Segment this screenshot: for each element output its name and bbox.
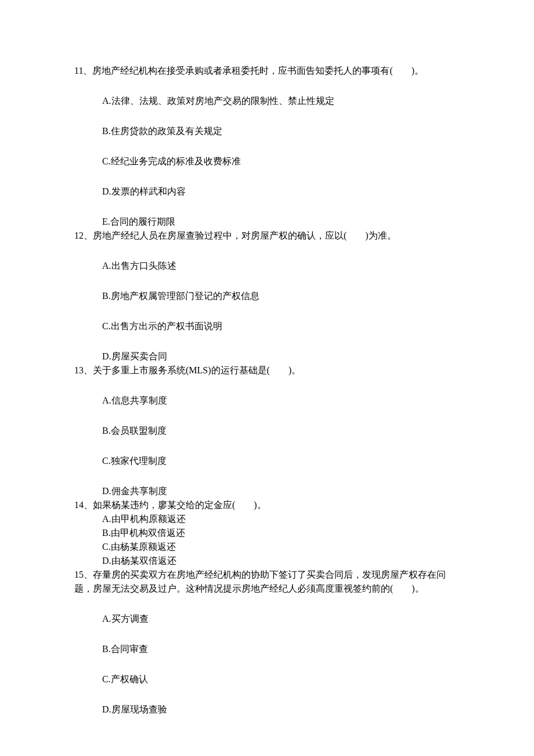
question-13-option-C: C.独家代理制度 — [74, 454, 464, 468]
question-13-number: 13、 — [74, 365, 93, 375]
question-15: 15、存量房的买卖双方在房地产经纪机构的协助下签订了买卖合同后，发现房屋产权存在… — [74, 568, 464, 717]
question-15-option-A: A.买方调查 — [74, 612, 464, 626]
question-12-number: 12、 — [74, 231, 93, 240]
question-13-text: 关于多重上市服务系统(MLS)的运行基础是( )。 — [93, 365, 301, 375]
question-11: 11、房地产经纪机构在接受承购或者承租委托时，应书面告知委托人的事项有( )。 … — [74, 64, 464, 229]
question-13-option-D: D.佣金共享制度 — [74, 484, 464, 498]
question-15-options: A.买方调查 B.合同审查 C.产权确认 D.房屋现场查验 — [74, 612, 464, 717]
question-15-option-B: B.合同审查 — [74, 642, 464, 656]
question-11-option-A: A.法律、法规、政策对房地产交易的限制性、禁止性规定 — [74, 94, 464, 108]
question-14-number: 14、 — [74, 500, 93, 510]
question-13-option-B: B.会员联盟制度 — [74, 424, 464, 438]
question-15-stem-line2: 题，房屋无法交易及过户。这种情况提示房地产经纪人必须高度重视签约前的( )。 — [74, 582, 464, 596]
question-11-option-B: B.住房贷款的政策及有关规定 — [74, 124, 464, 138]
question-12-option-B: B.房地产权属管理部门登记的产权信息 — [74, 289, 464, 303]
question-15-text-1: 存量房的买卖双方在房地产经纪机构的协助下签订了买卖合同后，发现房屋产权存在问 — [93, 570, 446, 579]
question-14: 14、如果杨某违约，廖某交给的定金应( )。 A.由甲机构原额返还 B.由甲机构… — [74, 498, 464, 568]
question-15-stem-line1: 15、存量房的买卖双方在房地产经纪机构的协助下签订了买卖合同后，发现房屋产权存在… — [74, 568, 464, 582]
question-13: 13、关于多重上市服务系统(MLS)的运行基础是( )。 A.信息共享制度 B.… — [74, 363, 464, 498]
question-14-option-B: B.由甲机构双倍返还 — [74, 526, 464, 540]
question-13-options: A.信息共享制度 B.会员联盟制度 C.独家代理制度 D.佣金共享制度 — [74, 394, 464, 498]
question-14-stem: 14、如果杨某违约，廖某交给的定金应( )。 — [74, 498, 464, 512]
question-12: 12、房地产经纪人员在房屋查验过程中，对房屋产权的确认，应以( )为准。 A.出… — [74, 229, 464, 363]
question-14-option-D: D.由杨某双倍返还 — [74, 554, 464, 568]
question-13-option-A: A.信息共享制度 — [74, 394, 464, 408]
question-12-option-D: D.房屋买卖合同 — [74, 350, 464, 363]
question-14-option-A: A.由甲机构原额返还 — [74, 512, 464, 526]
question-12-options: A.出售方口头陈述 B.房地产权属管理部门登记的产权信息 C.出售方出示的产权书… — [74, 259, 464, 363]
question-11-option-E: E.合同的履行期限 — [74, 215, 464, 229]
question-11-stem: 11、房地产经纪机构在接受承购或者承租委托时，应书面告知委托人的事项有( )。 — [74, 64, 464, 78]
question-14-option-C: C.由杨某原额返还 — [74, 540, 464, 554]
question-14-text: 如果杨某违约，廖某交给的定金应( )。 — [93, 500, 266, 510]
question-14-options: A.由甲机构原额返还 B.由甲机构双倍返还 C.由杨某原额返还 D.由杨某双倍返… — [74, 512, 464, 568]
question-12-option-C: C.出售方出示的产权书面说明 — [74, 319, 464, 333]
exam-page: 11、房地产经纪机构在接受承购或者承租委托时，应书面告知委托人的事项有( )。 … — [0, 0, 534, 756]
question-13-stem: 13、关于多重上市服务系统(MLS)的运行基础是( )。 — [74, 363, 464, 377]
question-11-text: 房地产经纪机构在接受承购或者承租委托时，应书面告知委托人的事项有( )。 — [92, 66, 424, 75]
question-12-text: 房地产经纪人员在房屋查验过程中，对房屋产权的确认，应以( )为准。 — [93, 231, 396, 240]
question-12-stem: 12、房地产经纪人员在房屋查验过程中，对房屋产权的确认，应以( )为准。 — [74, 229, 464, 243]
question-11-options: A.法律、法规、政策对房地产交易的限制性、禁止性规定 B.住房贷款的政策及有关规… — [74, 94, 464, 229]
question-11-option-D: D.发票的样武和内容 — [74, 185, 464, 199]
question-15-option-D: D.房屋现场查验 — [74, 703, 464, 717]
question-15-option-C: C.产权确认 — [74, 672, 464, 686]
question-12-option-A: A.出售方口头陈述 — [74, 259, 464, 273]
question-15-number: 15、 — [74, 570, 93, 579]
question-11-option-C: C.经纪业务完成的标准及收费标准 — [74, 154, 464, 168]
question-11-number: 11、 — [74, 66, 92, 75]
